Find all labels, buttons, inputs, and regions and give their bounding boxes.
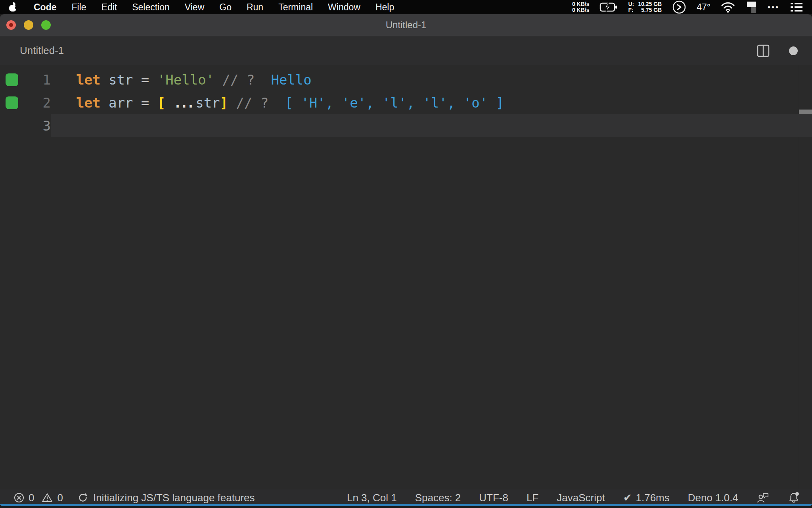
line-number: 2 [18,91,51,114]
overview-ruler-cursor-marker [799,110,812,114]
overview-ruler-divider [799,65,799,489]
encoding-indicator[interactable]: UTF-8 [479,492,508,504]
code-content[interactable] [51,114,812,137]
unsaved-changes-dot[interactable] [789,46,798,55]
apple-menu[interactable] [0,3,26,12]
indentation-indicator[interactable]: Spaces: 2 [415,492,461,504]
quokka-perf-indicator[interactable]: ✔ 1.76ms [623,492,670,504]
code-line-3[interactable]: 3 [0,114,812,137]
mem-used-value: 10.25 GB [638,1,662,7]
macos-menu-bar: CodeFileEditSelectionViewGoRunTerminalWi… [0,0,812,14]
mem-free-value: 5.75 GB [638,7,662,13]
perf-value: 1.76ms [636,492,670,504]
apple-logo-icon [9,3,17,12]
bottom-accent-strip [0,504,812,506]
app-icon[interactable] [745,1,757,13]
menu-item-edit[interactable]: Edit [94,0,125,14]
problems-indicator[interactable]: 0 0 [13,492,63,504]
vscode-window: Untitled-1 Untitled-1 1let str = 'Hello'… [0,14,812,506]
gutter-indicator-column [0,68,18,91]
tab-untitled-1[interactable]: Untitled-1 [20,44,64,57]
quokka-coverage-indicator [6,96,18,109]
warning-icon [41,492,53,503]
more-menu-icon[interactable]: ••• [768,3,779,12]
menu-item-help[interactable]: Help [368,0,402,14]
list-menu-icon[interactable] [790,2,803,13]
zoom-window-button[interactable] [41,20,51,30]
code-line-1[interactable]: 1let str = 'Hello' // ? Hello [0,68,812,91]
mem-used-label: U: [628,1,634,7]
window-title: Untitled-1 [0,19,812,31]
line-number: 1 [18,68,51,91]
split-editor-icon[interactable] [756,44,770,58]
wifi-icon[interactable] [721,2,735,13]
menu-items: CodeFileEditSelectionViewGoRunTerminalWi… [26,0,402,14]
menu-item-code[interactable]: Code [26,0,64,14]
menu-item-run[interactable]: Run [239,0,271,14]
terminal-menu-icon[interactable] [672,0,686,14]
close-window-button[interactable] [6,20,16,30]
net-up-label: 0 KB/s [572,1,590,7]
error-icon [13,492,25,503]
code-content[interactable]: let arr = [ ...str] // ? [ 'H', 'e', 'l'… [51,91,812,114]
battery-charging-icon[interactable] [599,2,618,12]
window-titlebar[interactable]: Untitled-1 [0,14,812,36]
menu-item-view[interactable]: View [177,0,212,14]
status-message-text: Initializing JS/TS language features [93,492,255,504]
menu-item-window[interactable]: Window [320,0,368,14]
menu-item-file[interactable]: File [64,0,94,14]
gutter-indicator-column [0,114,18,137]
temperature-indicator[interactable]: 47° [697,2,710,13]
menu-item-terminal[interactable]: Terminal [271,0,320,14]
code-editor[interactable]: 1let str = 'Hello' // ? Hello2let arr = … [0,65,812,489]
sync-spinner-icon [77,492,88,503]
menu-item-go[interactable]: Go [212,0,239,14]
network-speed-indicator[interactable]: 0 KB/s 0 KB/s [572,1,590,13]
gutter-indicator-column [0,91,18,114]
code-line-2[interactable]: 2let arr = [ ...str] // ? [ 'H', 'e', 'l… [0,91,812,114]
notifications-bell-icon[interactable] [787,491,800,504]
deno-version-indicator[interactable]: Deno 1.0.4 [688,492,738,504]
language-status-message[interactable]: Initializing JS/TS language features [77,492,255,504]
check-icon: ✔ [623,492,632,504]
error-count: 0 [29,492,34,504]
memory-usage-indicator[interactable]: U: 10.25 GB F: 5.75 GB [628,1,662,13]
warning-count: 0 [57,492,63,504]
quokka-coverage-indicator [6,73,18,86]
net-down-label: 0 KB/s [572,7,590,13]
menu-item-selection[interactable]: Selection [124,0,177,14]
eol-indicator[interactable]: LF [527,492,538,504]
mem-free-label: F: [628,7,634,13]
minimize-window-button[interactable] [24,20,33,30]
status-bar: 0 0 Initializing JS/TS la [0,489,812,506]
code-content[interactable]: let str = 'Hello' // ? Hello [51,68,812,91]
editor-tabstrip: Untitled-1 [0,36,812,65]
cursor-position-indicator[interactable]: Ln 3, Col 1 [347,492,397,504]
line-number: 3 [18,114,51,137]
feedback-icon[interactable] [756,492,769,504]
language-mode-indicator[interactable]: JavaScript [557,492,605,504]
